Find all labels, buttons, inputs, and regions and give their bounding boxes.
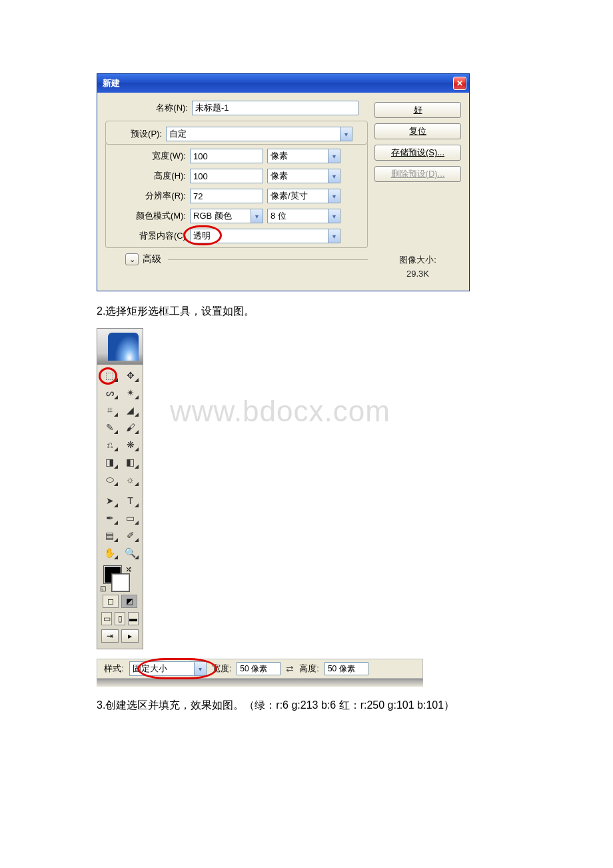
height-input[interactable]: 100 <box>190 169 263 183</box>
background-swatch[interactable] <box>112 574 129 591</box>
preset-combo[interactable]: 自定 ▾ <box>166 127 352 141</box>
height-label: 高度(H): <box>111 170 190 182</box>
screen-full-button[interactable]: ▬ <box>128 612 139 625</box>
chevron-down-icon: ▾ <box>251 209 263 223</box>
width-unit-combo[interactable]: 像素 ▾ <box>267 149 340 163</box>
quickmask-mode-button[interactable]: ◩ <box>121 595 137 608</box>
tool-hand[interactable]: ✋ <box>100 545 119 561</box>
standard-mode-button[interactable]: ◻ <box>103 595 119 608</box>
ok-button[interactable]: 好 <box>374 102 461 118</box>
tool-brush[interactable]: 🖌 <box>121 419 140 435</box>
tool-zoom[interactable]: 🔍 <box>121 545 140 561</box>
chevron-down-icon: ▾ <box>328 149 340 163</box>
tool-marquee[interactable]: ⬚ <box>100 367 119 383</box>
chevron-double-down-icon: ⌄ <box>129 255 135 264</box>
tool-eyedropper[interactable]: ✐ <box>121 527 140 543</box>
chevron-down-icon: ▾ <box>340 127 352 141</box>
options-bar-bottom <box>97 679 423 687</box>
opt-height-input[interactable]: 50 像素 <box>324 662 368 675</box>
name-value: 未标题-1 <box>195 102 229 114</box>
mode-combo[interactable]: RGB 颜色 ▾ <box>190 209 263 223</box>
tool-eraser[interactable]: ◨ <box>100 454 119 470</box>
dialog-title: 新建 <box>103 77 120 89</box>
chevron-down-icon: ▾ <box>328 229 340 243</box>
jump-arrow-button[interactable]: ▸ <box>121 629 139 643</box>
size-label: 图像大小: <box>374 254 461 266</box>
step-3-caption: 3.创建选区并填充，效果如图。（绿：r:6 g:213 b:6 红：r:250 … <box>97 699 513 713</box>
options-bar: 样式: 固定大小 ▾ 宽度: 50 像素 ⇄ 高度: 50 像素 <box>97 659 423 679</box>
tool-move[interactable]: ✥ <box>121 367 140 383</box>
advanced-label: 高级 <box>143 253 161 265</box>
chevron-down-icon: ▾ <box>328 189 340 203</box>
reset-button[interactable]: 复位 <box>374 123 461 139</box>
titlebar[interactable]: 新建 ✕ <box>97 74 469 93</box>
tool-crop[interactable]: ⌗ <box>100 402 119 418</box>
tool-stamp[interactable]: ⎌ <box>100 437 119 453</box>
chevron-down-icon: ▾ <box>328 209 340 223</box>
color-swatch[interactable]: ⤭ ◱ <box>97 563 143 593</box>
size-value: 29.3K <box>374 269 461 279</box>
screen-standard-button[interactable]: ▭ <box>101 612 112 625</box>
width-input[interactable]: 100 <box>190 149 263 163</box>
resolution-input[interactable]: 72 <box>190 189 263 203</box>
toolbox-header <box>97 329 143 365</box>
tool-blur[interactable]: ⬭ <box>100 471 119 487</box>
preset-value: 自定 <box>167 128 340 140</box>
width-label: 宽度(W): <box>111 150 190 162</box>
tool-pen[interactable]: ✒ <box>100 510 119 526</box>
watermark: www.bdocx.com <box>170 395 390 428</box>
resolution-unit-combo[interactable]: 像素/英寸 ▾ <box>267 189 340 203</box>
name-label: 名称(N): <box>105 102 192 114</box>
screen-menu-button[interactable]: ▯ <box>115 612 125 625</box>
close-button[interactable]: ✕ <box>453 77 466 90</box>
divider <box>168 259 368 260</box>
chevron-down-icon: ▾ <box>328 169 340 183</box>
save-preset-button[interactable]: 存储预设(S)... <box>374 145 461 161</box>
step-2-caption: 2.选择矩形选框工具，设置如图。 <box>97 305 513 319</box>
tool-slice[interactable]: ◢ <box>121 402 140 418</box>
resolution-label: 分辨率(R): <box>111 190 190 202</box>
bg-combo[interactable]: 透明 ▾ <box>190 229 340 243</box>
bg-label: 背景内容(C) <box>111 230 190 242</box>
opt-height-label: 高度: <box>299 663 319 675</box>
chevron-down-icon: ▾ <box>194 662 206 675</box>
tool-lasso[interactable]: ᔕ <box>100 385 119 401</box>
tool-path-select[interactable]: ➤ <box>100 493 119 509</box>
height-unit-combo[interactable]: 像素 ▾ <box>267 169 340 183</box>
jump-to-button[interactable]: ⇥ <box>101 629 119 643</box>
tool-healing[interactable]: ✎ <box>100 419 119 435</box>
tool-shape[interactable]: ▭ <box>121 510 140 526</box>
depth-combo[interactable]: 8 位 ▾ <box>267 209 340 223</box>
tool-gradient[interactable]: ◧ <box>121 454 140 470</box>
tool-dodge[interactable]: ☼ <box>121 471 140 487</box>
swap-wh-icon[interactable]: ⇄ <box>286 663 294 674</box>
reset-colors-icon[interactable]: ◱ <box>100 585 106 592</box>
toolbox: ⬚✥ᔕ✴⌗◢✎🖌⎌❋◨◧⬭☼➤T✒▭▤✐✋🔍 ⤭ ◱ ◻ ◩ ▭ ▯ ▬ ⇥ ▸ <box>97 328 143 649</box>
new-dialog: 新建 ✕ 名称(N): 未标题-1 预设(P): 自定 <box>97 73 470 291</box>
delete-preset-button: 删除预设(D)... <box>374 166 461 182</box>
swap-colors-icon[interactable]: ⤭ <box>125 565 132 574</box>
advanced-toggle[interactable]: ⌄ <box>125 253 139 265</box>
close-icon: ✕ <box>456 79 463 88</box>
style-label: 样式: <box>104 663 124 675</box>
mode-label: 颜色模式(M): <box>111 210 190 222</box>
opt-width-label: 宽度: <box>212 663 232 675</box>
tool-type[interactable]: T <box>121 493 140 509</box>
tool-wand[interactable]: ✴ <box>121 385 140 401</box>
preset-label: 预设(P): <box>111 128 166 140</box>
tool-notes[interactable]: ▤ <box>100 527 119 543</box>
name-input[interactable]: 未标题-1 <box>192 101 358 115</box>
opt-width-input[interactable]: 50 像素 <box>237 662 281 675</box>
tool-history-brush[interactable]: ❋ <box>121 437 140 453</box>
toolbox-divider <box>100 489 140 491</box>
style-combo[interactable]: 固定大小 ▾ <box>129 661 207 676</box>
